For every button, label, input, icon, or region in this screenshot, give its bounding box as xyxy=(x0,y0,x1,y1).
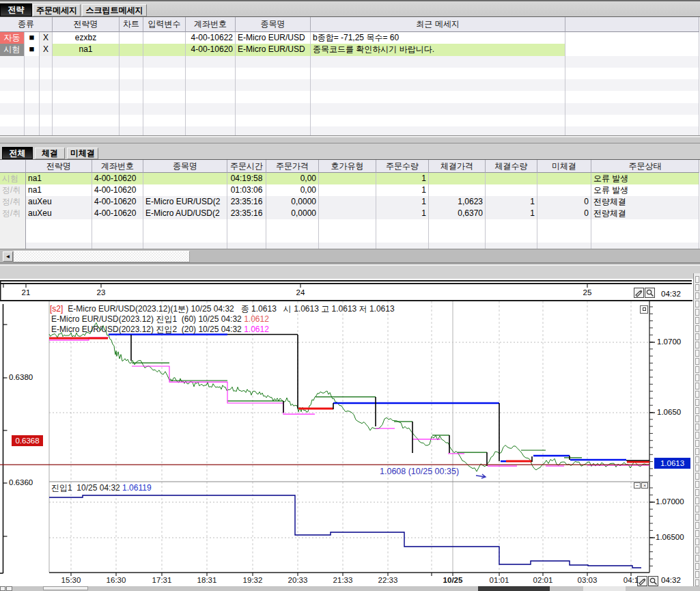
tab-filled-orders[interactable]: 체결 xyxy=(35,148,65,159)
collapsed-panel-icon[interactable] xyxy=(695,465,699,471)
strategy-row[interactable] xyxy=(0,115,700,126)
window-top-edge xyxy=(0,0,700,1)
column-header[interactable]: 종목명 xyxy=(236,17,311,32)
collapsed-panel-icon[interactable] xyxy=(695,333,699,340)
collapsed-panel-icon[interactable] xyxy=(695,448,699,455)
collapsed-panel-icon[interactable] xyxy=(695,489,699,496)
strategy-row[interactable] xyxy=(0,68,700,79)
subpane-close-icon[interactable]: × xyxy=(641,482,648,489)
chart-zoom-icon[interactable] xyxy=(648,576,658,586)
overview-draw-icon[interactable] xyxy=(634,288,644,298)
column-header[interactable] xyxy=(565,17,699,32)
collapsed-panel-icon[interactable] xyxy=(695,292,699,299)
collapsed-panel-icon[interactable] xyxy=(695,522,699,529)
scroll-left-arrow-icon[interactable]: ◄ xyxy=(3,251,13,262)
column-header[interactable]: 전략명 xyxy=(26,160,92,173)
order-cell xyxy=(537,184,591,196)
bottom-scroll-thumb[interactable] xyxy=(43,586,88,590)
order-row[interactable]: 정/취na14-00-1062001:03:060,001오류 발생 xyxy=(0,184,700,196)
collapsed-panel-icon[interactable] xyxy=(695,358,699,365)
collapsed-panel-icon[interactable] xyxy=(695,481,699,488)
collapsed-panel-icon[interactable] xyxy=(695,432,699,439)
strategy-row[interactable] xyxy=(0,126,700,135)
collapsed-panel-icon[interactable] xyxy=(695,555,699,562)
strategy-cell xyxy=(120,79,143,91)
column-header[interactable]: 계좌번호 xyxy=(92,160,143,173)
column-header[interactable]: 호가유형 xyxy=(319,160,376,173)
collapsed-panel-icon[interactable] xyxy=(695,547,699,553)
tab-script-messages[interactable]: 스크립트메세지 xyxy=(82,4,147,16)
collapsed-panel-icon[interactable] xyxy=(695,407,699,414)
collapsed-panel-icon[interactable] xyxy=(695,309,699,316)
column-header[interactable]: 계좌번호 xyxy=(186,17,236,32)
strategy-row[interactable] xyxy=(0,103,700,115)
collapsed-panel-icon[interactable] xyxy=(695,506,699,512)
collapsed-panel-icon[interactable] xyxy=(695,317,699,324)
collapsed-panel-icon[interactable] xyxy=(695,350,699,357)
tab-strategy[interactable]: 전략 xyxy=(0,3,32,16)
collapsed-panel-icon[interactable] xyxy=(695,383,699,389)
chart-draw-icon[interactable] xyxy=(637,576,647,586)
collapsed-panel-icon[interactable] xyxy=(695,497,699,504)
column-header[interactable]: 미체결 xyxy=(537,160,591,173)
overview-zoom-icon[interactable] xyxy=(645,288,655,298)
close-button[interactable]: X xyxy=(40,44,53,55)
collapsed-panel-icon[interactable] xyxy=(695,284,699,291)
strategy-row[interactable] xyxy=(0,91,700,102)
close-button[interactable]: X xyxy=(40,32,53,44)
column-header[interactable] xyxy=(0,160,26,173)
collapsed-panel-icon[interactable] xyxy=(695,374,699,381)
tab-order-messages[interactable]: 주문메세지 xyxy=(33,4,81,16)
column-header[interactable]: 체결수량 xyxy=(486,160,537,173)
collapsed-panel-icon[interactable] xyxy=(695,399,699,406)
order-row[interactable]: 정/취auXeu4-00-10620E-Micro AUD/USD(223:35… xyxy=(0,208,700,219)
tab-unfilled-orders[interactable]: 미체결 xyxy=(67,148,98,159)
collapsed-panel-icon[interactable] xyxy=(695,473,699,480)
collapsed-panel-icon[interactable] xyxy=(695,530,699,537)
strategy-row[interactable] xyxy=(0,56,700,68)
collapsed-panel-icon[interactable] xyxy=(695,301,699,307)
column-header[interactable]: 주문시간 xyxy=(227,160,266,173)
column-header[interactable]: 입력변수 xyxy=(143,17,186,32)
column-header[interactable]: 주문수량 xyxy=(376,160,429,173)
collapsed-panel-icon[interactable] xyxy=(695,366,699,373)
strategy-row[interactable]: 자동■Xezxbz4-00-10622E-Micro EUR/USDb종합= -… xyxy=(0,32,700,44)
pane-restore-icon[interactable] xyxy=(640,305,648,314)
collapsed-panel-icon[interactable] xyxy=(695,456,699,463)
tab-all-orders[interactable]: 전체 xyxy=(2,147,33,159)
column-header[interactable]: 주문상태 xyxy=(591,160,699,173)
order-row[interactable] xyxy=(0,219,700,231)
subpane-minimize-icon[interactable]: − xyxy=(634,482,641,489)
collapsed-panel-icon[interactable] xyxy=(695,579,699,586)
order-cell: 0 xyxy=(537,196,591,208)
collapsed-panel-icon[interactable] xyxy=(695,424,699,430)
column-header[interactable]: 최근 메세지 xyxy=(311,17,565,32)
collapsed-panel-icon[interactable] xyxy=(695,391,699,398)
column-header[interactable]: 주문가격 xyxy=(266,160,319,173)
collapsed-panel-icon[interactable] xyxy=(695,276,699,283)
order-row[interactable]: 정/취auXeu4-00-10620E-Micro EUR/USD(223:35… xyxy=(0,196,700,208)
strategy-cell: 시험 xyxy=(0,44,25,55)
collapsed-panel-icon[interactable] xyxy=(695,563,699,570)
orders-hscrollbar[interactable]: ◄ xyxy=(0,249,700,264)
column-header[interactable]: 종목명 xyxy=(143,160,227,173)
order-row[interactable] xyxy=(0,231,700,243)
collapsed-panel-icon[interactable] xyxy=(695,325,699,332)
collapsed-panel-icon[interactable] xyxy=(695,538,699,545)
collapsed-panel-icon[interactable] xyxy=(695,415,699,422)
strategy-cell xyxy=(120,44,143,55)
hscrollbar-thumb[interactable] xyxy=(13,251,190,262)
collapsed-panel-icon[interactable] xyxy=(695,571,699,578)
column-header[interactable]: 체결가격 xyxy=(429,160,486,173)
strategy-row[interactable]: 시험■Xna14-00-10620E-Micro EUR/USD종목코드를 확인… xyxy=(0,44,700,55)
collapsed-panel-icon[interactable] xyxy=(695,440,699,447)
column-header[interactable]: 전략명 xyxy=(53,17,120,32)
collapsed-panel-icon[interactable] xyxy=(695,514,699,521)
column-header[interactable]: 차트 xyxy=(120,17,143,32)
strategy-row[interactable] xyxy=(0,79,700,91)
column-header[interactable]: 종류 xyxy=(0,17,53,32)
order-cell xyxy=(143,219,227,231)
order-row[interactable] xyxy=(0,243,700,249)
order-row[interactable]: 시험na14-00-1062004:19:580,001오류 발생 xyxy=(0,173,700,184)
collapsed-panel-icon[interactable] xyxy=(695,342,699,348)
